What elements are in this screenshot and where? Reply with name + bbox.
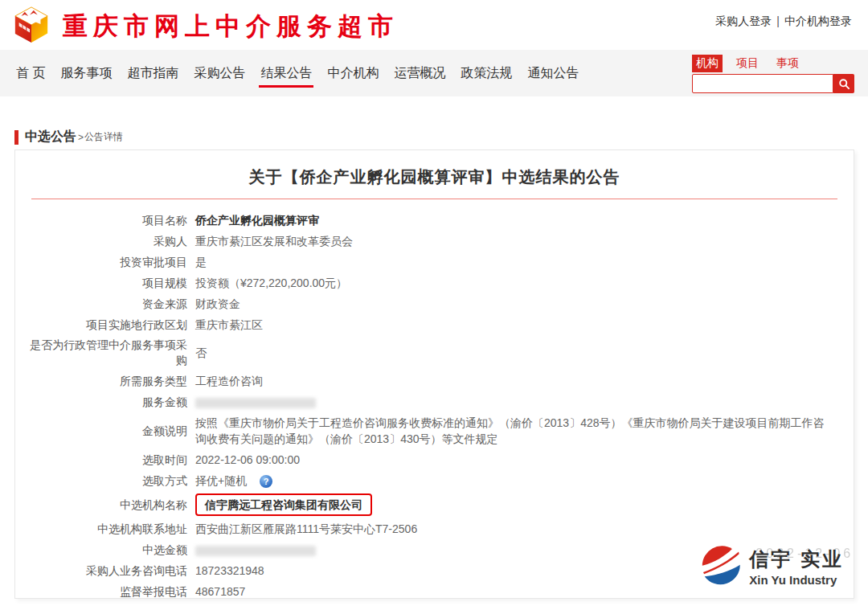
buyer-login-link[interactable]: 采购人登录 <box>715 14 772 27</box>
field-value: 择优+随机? <box>195 473 854 489</box>
field-label: 选取时间 <box>27 452 187 468</box>
table-row: 中选机构名称信宇腾远工程咨询集团有限公司 <box>15 491 854 518</box>
field-value: 财政资金 <box>195 296 854 312</box>
field-value: 按照《重庆市物价局关于工程造价咨询服务收费标准的通知》（渝价〔2013〕428号… <box>195 415 854 447</box>
watermark-text: 2022-12-06 信宇 实业 Xin Yu Industry <box>749 547 844 587</box>
field-value: 否 <box>195 345 854 361</box>
watermark-en: Xin Yu Industry <box>749 573 844 587</box>
nav-item-1[interactable]: 服务事项 <box>59 62 113 85</box>
main-navigation: 首 页服务事项超市指南采购公告结果公告中介机构运营概况政策法规通知公告 机构项目… <box>0 50 868 96</box>
table-row: 资金来源财政资金 <box>15 293 854 314</box>
field-value: 2022-12-06 09:00:00 <box>195 452 854 468</box>
table-row: 金额说明按照《重庆市物价局关于工程造价咨询服务收费标准的通知》（渝价〔2013〕… <box>15 412 854 449</box>
field-label: 采购人 <box>27 234 187 249</box>
table-row: 项目实施地行政区划重庆市綦江区 <box>15 314 854 335</box>
field-value: 信宇腾远工程咨询集团有限公司 <box>195 493 854 516</box>
title-divider <box>31 199 837 199</box>
field-label: 是否为行政管理中介服务事项采购 <box>27 338 187 368</box>
nav-item-6[interactable]: 运营概况 <box>392 62 447 85</box>
help-question-icon[interactable]: ? <box>260 475 272 488</box>
breadcrumb-current: 公告详情 <box>84 130 123 144</box>
field-value <box>195 394 854 410</box>
redacted-value <box>195 398 316 408</box>
field-value: 投资额（¥272,220,200.00元） <box>195 275 854 291</box>
field-label: 中选金额 <box>27 543 187 558</box>
field-value: 是 <box>195 254 854 270</box>
site-title: 重庆市网上中介服务超市 <box>63 10 399 43</box>
search-widget: 机构项目事项 <box>692 55 854 93</box>
table-row: 项目名称侨企产业孵化园概算评审 <box>15 210 854 231</box>
company-watermark: 2022-12-06 信宇 实业 Xin Yu Industry <box>698 543 844 590</box>
nav-item-3[interactable]: 采购公告 <box>192 62 247 85</box>
field-value: 侨企产业孵化园概算评审 <box>195 212 854 228</box>
page-header: 重庆市网上中介服务超市 采购人登录|中介机构登录 <box>0 0 868 50</box>
nav-item-4[interactable]: 结果公告 <box>259 62 313 85</box>
login-divider: | <box>776 14 780 27</box>
nav-item-5[interactable]: 中介机构 <box>326 62 380 85</box>
table-row: 项目规模投资额（¥272,220,200.00元） <box>15 272 854 293</box>
field-label: 项目规模 <box>27 276 187 291</box>
nav-item-2[interactable]: 超市指南 <box>125 62 180 85</box>
field-value: 工程造价咨询 <box>195 373 854 389</box>
field-label: 项目名称 <box>27 213 187 228</box>
table-row: 选取时间2022-12-06 09:00:00 <box>15 449 854 470</box>
field-label: 项目实施地行政区划 <box>27 317 187 333</box>
field-label: 服务金额 <box>27 395 187 410</box>
field-label: 中选机构名称 <box>27 497 187 513</box>
breadcrumb-separator: > <box>78 132 84 143</box>
search-tab-0[interactable]: 机构 <box>692 55 723 72</box>
field-label: 所需服务类型 <box>27 374 187 389</box>
breadcrumb-accent-bar <box>14 130 18 145</box>
agency-login-link[interactable]: 中介机构登录 <box>784 14 852 27</box>
highlighted-value-box: 信宇腾远工程咨询集团有限公司 <box>195 493 372 516</box>
announcement-panel: 关于【侨企产业孵化园概算评审】中选结果的公告 项目名称侨企产业孵化园概算评审采购… <box>14 149 854 599</box>
field-value: 西安曲江新区雁展路1111号莱安中心T7-2506 <box>195 521 854 537</box>
field-label: 监督举报电话 <box>27 584 187 600</box>
search-tab-2[interactable]: 事项 <box>772 55 803 72</box>
site-logo-cube-icon <box>12 6 51 44</box>
nav-item-0[interactable]: 首 页 <box>14 62 47 85</box>
redacted-value <box>195 546 316 556</box>
nav-list: 首 页服务事项超市指南采购公告结果公告中介机构运营概况政策法规通知公告 <box>14 50 580 96</box>
watermark-cn: 信宇 实业 <box>749 547 844 572</box>
breadcrumb: 中选公告 > 公告详情 <box>14 129 123 145</box>
search-tab-1[interactable]: 项目 <box>732 55 763 72</box>
xinyu-logo-icon <box>698 543 744 590</box>
nav-item-8[interactable]: 通知公告 <box>526 62 580 85</box>
search-tabs: 机构项目事项 <box>692 55 854 72</box>
field-label: 采购人业务咨询电话 <box>27 563 187 579</box>
search-icon <box>838 78 850 90</box>
field-label: 投资审批项目 <box>27 255 187 270</box>
search-button[interactable] <box>833 74 854 93</box>
announcement-title: 关于【侨企产业孵化园概算评审】中选结果的公告 <box>15 166 854 188</box>
table-row: 是否为行政管理中介服务事项采购否 <box>15 335 854 371</box>
breadcrumb-section[interactable]: 中选公告 <box>25 129 76 145</box>
field-label: 选取方式 <box>27 473 187 489</box>
table-row: 所需服务类型工程造价咨询 <box>15 371 854 391</box>
table-row: 选取方式择优+随机? <box>15 470 854 491</box>
nav-item-7[interactable]: 政策法规 <box>459 62 514 85</box>
table-row: 投资审批项目是 <box>15 252 854 272</box>
login-links: 采购人登录|中介机构登录 <box>715 14 852 29</box>
field-label: 中选机构联系地址 <box>27 522 187 537</box>
field-value: 重庆市綦江区 <box>195 317 854 333</box>
table-row: 中选机构联系地址西安曲江新区雁展路1111号莱安中心T7-2506 <box>15 518 854 539</box>
field-value: 重庆市綦江区发展和改革委员会 <box>195 233 854 249</box>
table-row: 服务金额 <box>15 391 854 412</box>
field-label: 资金来源 <box>27 297 187 312</box>
table-row: 采购人重庆市綦江区发展和改革委员会 <box>15 231 854 252</box>
search-input[interactable] <box>692 74 833 93</box>
field-label: 金额说明 <box>27 424 187 439</box>
